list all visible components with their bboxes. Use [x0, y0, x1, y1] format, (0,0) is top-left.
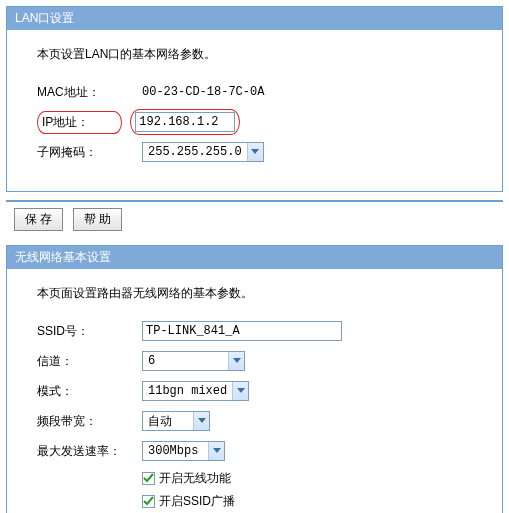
- enable-wireless-row: 开启无线功能: [142, 470, 482, 487]
- bandwidth-row: 频段带宽： 自动: [37, 408, 482, 434]
- mac-label: MAC地址：: [37, 84, 142, 101]
- save-button[interactable]: 保 存: [14, 208, 63, 231]
- mask-row: 子网掩码： 255.255.255.0: [37, 139, 482, 165]
- channel-label: 信道：: [37, 353, 142, 370]
- wlan-panel-title: 无线网络基本设置: [7, 246, 502, 269]
- ip-input-highlight: [130, 109, 240, 135]
- bandwidth-select[interactable]: 自动: [142, 411, 210, 431]
- rate-select[interactable]: 300Mbps: [142, 441, 225, 461]
- ssid-row: SSID号：: [37, 318, 482, 344]
- svg-marker-0: [251, 149, 259, 154]
- mode-label: 模式：: [37, 383, 142, 400]
- svg-marker-1: [233, 358, 241, 363]
- wlan-description: 本页面设置路由器无线网络的基本参数。: [37, 285, 482, 302]
- rate-label: 最大发送速率：: [37, 443, 142, 460]
- ip-label-highlight: IP地址：: [37, 111, 122, 134]
- chevron-down-icon: [228, 352, 244, 370]
- svg-marker-2: [237, 388, 245, 393]
- mask-label: 子网掩码：: [37, 144, 142, 161]
- mac-value: 00-23-CD-18-7C-0A: [142, 85, 264, 99]
- enable-ssid-row: 开启SSID广播: [142, 493, 482, 510]
- mode-value: 11bgn mixed: [143, 382, 232, 400]
- mask-select[interactable]: 255.255.255.0: [142, 142, 264, 162]
- mask-value: 255.255.255.0: [143, 143, 247, 161]
- channel-row: 信道： 6: [37, 348, 482, 374]
- lan-description: 本页设置LAN口的基本网络参数。: [37, 46, 482, 63]
- lan-panel: LAN口设置 本页设置LAN口的基本网络参数。 MAC地址： 00-23-CD-…: [6, 6, 503, 192]
- channel-select[interactable]: 6: [142, 351, 245, 371]
- wlan-panel: 无线网络基本设置 本页面设置路由器无线网络的基本参数。 SSID号： 信道： 6…: [6, 245, 503, 513]
- svg-marker-3: [198, 418, 206, 423]
- chevron-down-icon: [247, 143, 263, 161]
- rate-value: 300Mbps: [143, 442, 208, 460]
- lan-panel-title: LAN口设置: [7, 7, 502, 30]
- chevron-down-icon: [232, 382, 248, 400]
- lan-panel-body: 本页设置LAN口的基本网络参数。 MAC地址： 00-23-CD-18-7C-0…: [7, 30, 502, 191]
- ssid-label: SSID号：: [37, 323, 142, 340]
- ip-row: IP地址：: [37, 109, 482, 135]
- ip-label: IP地址：: [42, 114, 89, 131]
- mode-row: 模式： 11bgn mixed: [37, 378, 482, 404]
- rate-row: 最大发送速率： 300Mbps: [37, 438, 482, 464]
- ssid-input[interactable]: [142, 321, 342, 341]
- bandwidth-label: 频段带宽：: [37, 413, 142, 430]
- mac-row: MAC地址： 00-23-CD-18-7C-0A: [37, 79, 482, 105]
- wlan-panel-body: 本页面设置路由器无线网络的基本参数。 SSID号： 信道： 6 模式： 11bg…: [7, 269, 502, 513]
- enable-ssid-label: 开启SSID广播: [159, 493, 235, 510]
- chevron-down-icon: [208, 442, 224, 460]
- channel-value: 6: [143, 352, 228, 370]
- help-button[interactable]: 帮 助: [73, 208, 122, 231]
- enable-wireless-checkbox[interactable]: [142, 472, 155, 485]
- mode-select[interactable]: 11bgn mixed: [142, 381, 249, 401]
- enable-wireless-label: 开启无线功能: [159, 470, 231, 487]
- lan-button-bar: 保 存 帮 助: [6, 200, 503, 233]
- svg-marker-4: [213, 448, 221, 453]
- chevron-down-icon: [193, 412, 209, 430]
- enable-ssid-checkbox[interactable]: [142, 495, 155, 508]
- bandwidth-value: 自动: [143, 412, 193, 430]
- ip-input[interactable]: [135, 112, 235, 132]
